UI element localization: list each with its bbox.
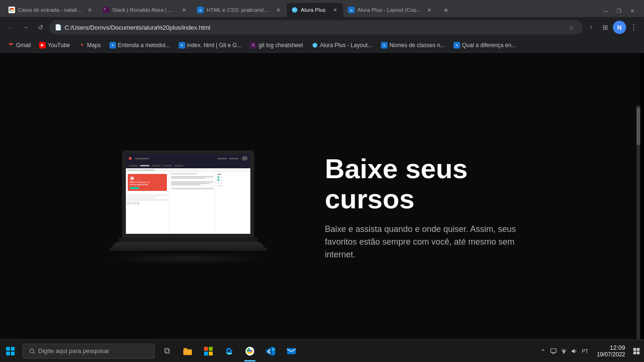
profile-button[interactable]: N bbox=[613, 21, 626, 34]
bookmark-diferenca[interactable]: a Qual a diferença en... bbox=[450, 40, 520, 51]
tray-chevron[interactable]: ^ bbox=[539, 347, 547, 355]
restore-button[interactable]: ❐ bbox=[613, 5, 625, 17]
scrollbar[interactable] bbox=[636, 106, 640, 362]
mockup-nav bbox=[126, 163, 250, 168]
svg-text:+: + bbox=[314, 44, 315, 47]
svg-rect-13 bbox=[209, 346, 213, 350]
tray-language[interactable]: PT bbox=[581, 347, 589, 355]
laptop-shadow bbox=[108, 253, 268, 264]
alura-plus-favicon: + bbox=[291, 7, 298, 13]
git-bookmark-icon: S bbox=[250, 42, 256, 49]
gmail-bookmark-icon bbox=[8, 42, 14, 49]
tab-alura-plus-title: Alura Plus bbox=[301, 7, 328, 13]
tab-alura-layout-title: Alura Plus - Layout (Copy) –... bbox=[357, 7, 422, 13]
minimize-button[interactable]: — bbox=[600, 5, 612, 17]
chrome-button[interactable] bbox=[239, 340, 260, 362]
toolbar-actions: ↑ ⊞ N ⋮ bbox=[585, 21, 640, 34]
ms-store-button[interactable] bbox=[198, 340, 219, 362]
tab-slack-close[interactable]: ✕ bbox=[180, 6, 188, 14]
vscode-button[interactable] bbox=[260, 340, 281, 362]
page-title: Baixe seus cursos bbox=[325, 154, 551, 214]
metodol-bookmark-icon: a bbox=[109, 42, 116, 49]
tab-alura-layout-close[interactable]: ✕ bbox=[425, 6, 433, 14]
maps-bookmark-icon bbox=[79, 42, 85, 49]
new-tab-button[interactable]: + bbox=[439, 4, 453, 17]
tab-gmail[interactable]: Caixa de entrada - natalia.sa... ✕ bbox=[4, 3, 98, 17]
edge-button[interactable] bbox=[219, 340, 239, 362]
alura-html-favicon: a bbox=[197, 7, 204, 13]
svg-point-20 bbox=[563, 352, 564, 353]
tray-network-icon[interactable] bbox=[560, 347, 568, 355]
taskbar-pinned-apps: ⧉ bbox=[157, 340, 302, 362]
tab-alura-plus-close[interactable]: ✕ bbox=[331, 6, 339, 14]
start-button[interactable] bbox=[0, 340, 21, 362]
notification-center-button[interactable] bbox=[629, 340, 644, 362]
gmail-favicon bbox=[8, 7, 15, 13]
bookmark-gmail[interactable]: Gmail bbox=[4, 40, 34, 51]
svg-rect-19 bbox=[551, 348, 556, 352]
extensions-button[interactable]: ⊞ bbox=[599, 21, 612, 34]
back-button[interactable]: ← bbox=[4, 21, 17, 34]
tab-alura-layout[interactable]: a Alura Plus - Layout (Copy) –... ✕ bbox=[343, 3, 438, 17]
forward-button[interactable]: → bbox=[19, 21, 32, 34]
bookmark-diferenca-label: Qual a diferença en... bbox=[462, 42, 516, 49]
window-controls: — ❐ ✕ bbox=[598, 5, 640, 17]
svg-rect-18 bbox=[287, 348, 296, 354]
main-content: HTML5 e CSS3 parte 1: Aprimeira página d… bbox=[0, 53, 640, 362]
taskview-button[interactable]: ⧉ bbox=[157, 340, 177, 362]
close-window-button[interactable]: ✕ bbox=[626, 5, 638, 17]
address-lock-icon: 📄 bbox=[55, 24, 62, 31]
scrollbar-thumb[interactable] bbox=[636, 107, 640, 145]
clock-time: 12:09 bbox=[597, 344, 625, 351]
alura-layout-bookmark-icon: + bbox=[312, 42, 318, 49]
content-inner: HTML5 e CSS3 parte 1: Aprimeira página d… bbox=[61, 150, 579, 264]
share-button[interactable]: ↑ bbox=[585, 21, 598, 34]
tray-monitor-icon[interactable] bbox=[550, 347, 557, 355]
bookmark-youtube[interactable]: ▶ YouTube bbox=[35, 40, 74, 51]
svg-rect-6 bbox=[6, 347, 10, 351]
menu-button[interactable]: ⋮ bbox=[627, 21, 640, 34]
taskbar: Digite aqui para pesquisar ⧉ bbox=[0, 339, 644, 362]
bookmark-git-label: git log cheatsheet bbox=[258, 42, 303, 49]
laptop: HTML5 e CSS3 parte 1: Aprimeira página d… bbox=[108, 150, 268, 264]
address-bar-row: ← → ↺ 📄 C:/Users/Domvs/Documents/alura%2… bbox=[0, 17, 644, 38]
mockup-header bbox=[126, 154, 250, 163]
mail-button[interactable] bbox=[281, 340, 302, 362]
svg-rect-24 bbox=[637, 351, 640, 354]
tab-gmail-close[interactable]: ✕ bbox=[86, 6, 93, 14]
bookmark-metodol[interactable]: a Entenda a metodol... bbox=[106, 40, 174, 51]
taskbar-clock[interactable]: 12:09 19/07/2022 bbox=[593, 344, 629, 358]
bookmark-nomes[interactable]: a Nomes de classes n... bbox=[377, 40, 449, 51]
clock-date: 19/07/2022 bbox=[597, 351, 625, 358]
bookmark-nomes-label: Nomes de classes n... bbox=[389, 42, 445, 49]
mockup-breadcrumb bbox=[126, 168, 250, 172]
bookmark-index[interactable]: a index. html | Git e G... bbox=[175, 40, 246, 51]
chrome-browser: Caixa de entrada - natalia.sa... ✕ S Sla… bbox=[0, 0, 644, 53]
bookmark-star-button[interactable]: ☆ bbox=[566, 22, 577, 33]
taskbar-search[interactable]: Digite aqui para pesquisar bbox=[23, 344, 155, 359]
svg-rect-7 bbox=[11, 347, 15, 351]
tab-slack[interactable]: S Slack | Ronaldo Akira | Domv... ✕ bbox=[98, 3, 192, 17]
svg-rect-9 bbox=[11, 352, 15, 355]
page-text-content: Baixe seus cursos Baixe e assista quando… bbox=[287, 154, 551, 262]
file-explorer-button[interactable] bbox=[177, 340, 198, 362]
mockup-main-area: HTML5 e CSS3 parte 1: Aprimeira página d… bbox=[126, 172, 250, 234]
bookmark-maps[interactable]: Maps bbox=[75, 40, 105, 51]
bookmark-git[interactable]: S git log cheatsheet bbox=[246, 40, 306, 51]
tab-html-css-close[interactable]: ✕ bbox=[274, 6, 282, 14]
tray-volume-icon[interactable] bbox=[570, 347, 578, 355]
tab-html-css[interactable]: a HTML e CSS: praticando HT... ✕ bbox=[192, 3, 287, 17]
page-description: Baixe e assista quando e onde quiser. As… bbox=[325, 223, 537, 261]
svg-rect-23 bbox=[633, 351, 636, 354]
tab-slack-title: Slack | Ronaldo Akira | Domv... bbox=[112, 7, 177, 13]
bookmark-alura-layout[interactable]: + Alura Plus - Layout... bbox=[308, 40, 376, 51]
youtube-bookmark-icon: ▶ bbox=[39, 42, 46, 49]
svg-point-3 bbox=[81, 44, 83, 46]
taskbar-search-text: Digite aqui para pesquisar bbox=[38, 347, 109, 354]
nomes-bookmark-icon: a bbox=[381, 42, 388, 49]
address-box[interactable]: 📄 C:/Users/Domvs/Documents/alura%20plus/… bbox=[49, 20, 583, 34]
tab-alura-plus[interactable]: + Alura Plus ✕ bbox=[287, 3, 343, 17]
index-bookmark-icon: a bbox=[179, 42, 185, 49]
reload-button[interactable]: ↺ bbox=[34, 21, 47, 34]
system-tray: ^ PT bbox=[536, 340, 593, 362]
